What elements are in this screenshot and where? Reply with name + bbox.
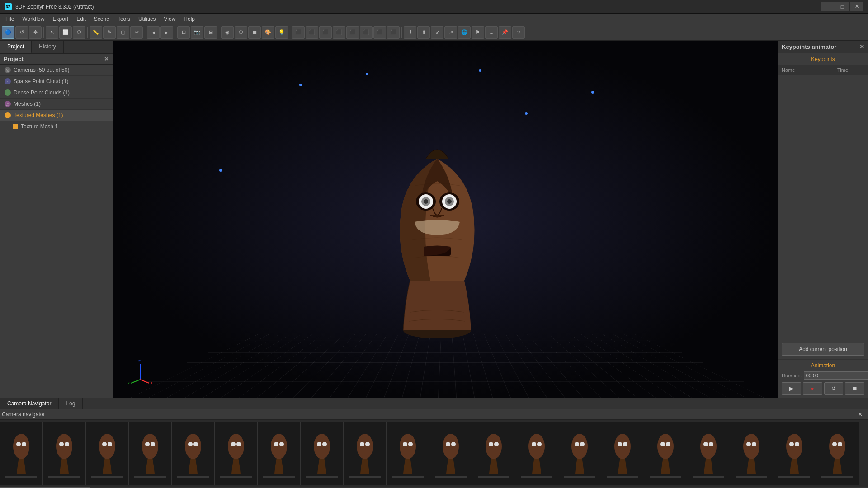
tool-globe[interactable]: 🌐 [458, 26, 471, 39]
tool-x6[interactable]: ⬛ [360, 26, 373, 39]
kp-name-col: Name [782, 67, 837, 73]
menu-item-edit[interactable]: Edit [73, 15, 90, 23]
camera-thumb-7[interactable] [301, 422, 344, 485]
tab-log[interactable]: Log [59, 398, 83, 409]
tool-camera[interactable]: 📷 [191, 26, 203, 39]
camera-thumb-12[interactable] [515, 422, 558, 485]
tool-arrow-l[interactable]: ↙ [431, 26, 443, 39]
svg-text:X: X [150, 381, 153, 384]
tab-project[interactable]: Project [0, 41, 32, 53]
stop-button[interactable]: ⏹ [845, 382, 864, 395]
project-item-dense[interactable]: · Dense Point Clouds (1) [0, 87, 113, 99]
tool-x3[interactable]: ⬛ [319, 26, 332, 39]
camera-thumb-14[interactable] [601, 422, 644, 485]
right-panel-close[interactable]: ✕ [859, 43, 864, 50]
tool-help[interactable]: ? [512, 26, 525, 39]
menu-item-tools[interactable]: Tools [114, 15, 134, 23]
camera-thumb-1[interactable] [43, 422, 86, 485]
camera-thumb-0[interactable] [0, 422, 43, 485]
svg-point-73 [618, 442, 622, 446]
svg-point-34 [193, 442, 198, 446]
camera-thumb-6[interactable] [258, 422, 301, 485]
svg-point-90 [795, 442, 799, 446]
menu-item-export[interactable]: Export [49, 15, 72, 23]
close-button[interactable]: ✕ [850, 2, 863, 11]
close-panel-icon[interactable]: ✕ [104, 56, 109, 62]
tool-fit[interactable]: ⊡ [177, 26, 190, 39]
camera-thumb-18[interactable] [773, 422, 816, 485]
tool-cursor[interactable]: ↖ [46, 26, 58, 39]
svg-point-52 [400, 434, 416, 459]
tool-navigate[interactable]: 🔵 [2, 26, 14, 39]
tool-x1[interactable]: ⬛ [292, 26, 305, 39]
add-position-button[interactable]: Add current position [782, 343, 864, 356]
tool-grid[interactable]: ⊞ [204, 26, 217, 39]
tool-x2[interactable]: ⬛ [306, 26, 318, 39]
tool-pan[interactable]: ✥ [29, 26, 42, 39]
tool-render[interactable]: ◉ [221, 26, 234, 39]
tool-solid[interactable]: ◼ [248, 26, 261, 39]
duration-input[interactable] [804, 371, 868, 380]
tool-select-box[interactable]: ⬜ [59, 26, 72, 39]
camera-thumb-2[interactable] [86, 422, 129, 485]
camera-thumb-10[interactable] [429, 422, 472, 485]
camera-thumb-11[interactable] [472, 422, 515, 485]
tool-x7[interactable]: ⬛ [373, 26, 386, 39]
loop-button[interactable]: ↺ [824, 382, 844, 395]
tool-forward[interactable]: ► [160, 26, 173, 39]
camera-thumb-13[interactable] [558, 422, 601, 485]
menu-item-help[interactable]: Help [180, 15, 198, 23]
svg-point-70 [580, 442, 585, 446]
camera-thumb-16[interactable] [687, 422, 730, 485]
menu-item-view[interactable]: View [160, 15, 179, 23]
nav-close-icon[interactable]: ✕ [854, 411, 866, 418]
camera-thumb-17[interactable] [730, 422, 773, 485]
minimize-button[interactable]: ─ [821, 2, 835, 11]
record-button[interactable]: ● [803, 382, 822, 395]
tool-x8[interactable]: ⬛ [387, 26, 400, 39]
viewport[interactable]: Z X Y [113, 41, 778, 398]
camera-thumb-5[interactable] [215, 422, 258, 485]
menu-item-scene[interactable]: Scene [90, 15, 113, 23]
camera-thumb-8[interactable] [344, 422, 387, 485]
project-item-meshes[interactable]: △ Meshes (1) [0, 99, 113, 110]
project-item-textured[interactable]: ◎ Textured Meshes (1) [0, 110, 113, 121]
menu-item-utilities[interactable]: Utilities [135, 15, 160, 23]
tool-orbit[interactable]: ↺ [15, 26, 28, 39]
camera-thumb-15[interactable] [644, 422, 687, 485]
svg-point-24 [99, 434, 115, 459]
tab-camera-navigator[interactable]: Camera Navigator [0, 398, 59, 409]
tool-wire[interactable]: ⬡ [235, 26, 247, 39]
tool-lines[interactable]: ≡ [485, 26, 498, 39]
tool-light[interactable]: 💡 [275, 26, 288, 39]
tool-pin[interactable]: 📌 [499, 26, 511, 39]
tool-x4[interactable]: ⬛ [333, 26, 345, 39]
tool-mark[interactable]: ✎ [103, 26, 116, 39]
tool-arrow-up[interactable]: ⬆ [417, 26, 430, 39]
tool-arrow-r[interactable]: ↗ [444, 26, 457, 39]
svg-point-16 [13, 434, 29, 459]
camera-thumb-19[interactable] [816, 422, 859, 485]
sparse-label: Sparse Point Cloud (1) [14, 78, 68, 84]
tool-clip[interactable]: ✂ [130, 26, 143, 39]
play-button[interactable]: ▶ [782, 382, 801, 395]
tool-texture[interactable]: 🎨 [262, 26, 274, 39]
camera-thumb-9[interactable] [387, 422, 429, 485]
menu-item-workflow[interactable]: Workflow [19, 15, 48, 23]
menu-item-file[interactable]: File [2, 15, 18, 23]
project-item-texture-mesh[interactable]: Texture Mesh 1 [0, 121, 113, 132]
tool-select-poly[interactable]: ⬡ [73, 26, 85, 39]
maximize-button[interactable]: □ [835, 2, 849, 11]
camera-thumb-4[interactable] [172, 422, 215, 485]
project-item-cameras[interactable]: ◎ Cameras (50 out of 50) [0, 65, 113, 76]
tool-measure[interactable]: 📏 [90, 26, 102, 39]
project-item-sparse[interactable]: · Sparse Point Cloud (1) [0, 76, 113, 87]
tab-history[interactable]: History [32, 41, 63, 53]
tool-x5[interactable]: ⬛ [346, 26, 359, 39]
tool-back[interactable]: ◄ [147, 26, 160, 39]
tool-arrow-down[interactable]: ⬇ [404, 26, 416, 39]
camera-thumb-3[interactable] [129, 422, 172, 485]
tool-box[interactable]: ▢ [117, 26, 129, 39]
svg-point-38 [236, 442, 241, 446]
tool-flag[interactable]: ⚑ [472, 26, 484, 39]
